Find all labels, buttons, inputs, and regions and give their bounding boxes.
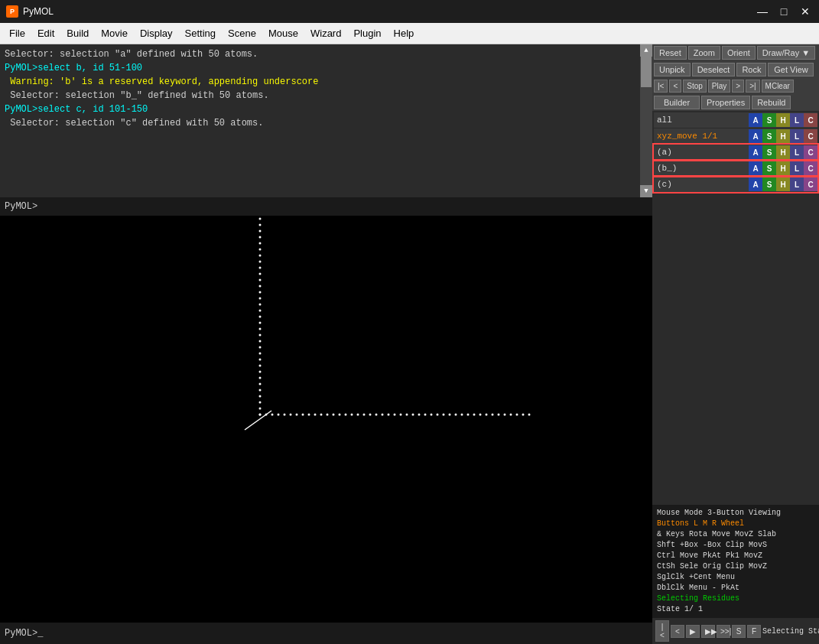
menu-item-display[interactable]: Display: [134, 24, 179, 42]
app-title: PyMOL: [23, 6, 54, 17]
mclear-button[interactable]: MClear: [762, 80, 794, 93]
bc-last[interactable]: >>|: [717, 625, 730, 638]
bc-s[interactable]: S: [732, 625, 746, 638]
menubar: FileEditBuildMovieDisplaySettingSceneMou…: [0, 23, 819, 44]
console-scrollbar[interactable]: ▲ ▼: [640, 44, 652, 197]
obj-btn-l-4[interactable]: L: [790, 177, 804, 191]
maximize-button[interactable]: □: [776, 4, 791, 19]
cmd-prompt: PyMOL>: [5, 201, 37, 212]
unpick-button[interactable]: Unpick: [654, 63, 691, 76]
menu-item-help[interactable]: Help: [388, 24, 421, 42]
object-row-4[interactable]: (c)ASHLC: [654, 177, 817, 192]
prev-frame-button[interactable]: <: [669, 80, 681, 93]
mouse-mode-text: Mouse Mode 3-Button Viewing: [657, 508, 814, 519]
menu-item-scene[interactable]: Scene: [222, 24, 262, 42]
bc-f[interactable]: F: [747, 625, 761, 638]
deselect-button[interactable]: Deselect: [692, 63, 736, 76]
minimize-button[interactable]: —: [755, 4, 770, 19]
obj-btn-s-3[interactable]: S: [762, 161, 776, 175]
state-label: State: [808, 627, 819, 636]
builder-button[interactable]: Builder: [654, 96, 700, 109]
obj-btn-l-2[interactable]: L: [790, 145, 804, 159]
obj-btn-h-1[interactable]: H: [776, 129, 790, 143]
command-line: PyMOL>: [0, 197, 652, 216]
menu-item-mouse[interactable]: Mouse: [262, 24, 304, 42]
object-row-2[interactable]: (a)ASHLC: [654, 145, 817, 160]
menu-item-wizard[interactable]: Wizard: [304, 24, 347, 42]
object-list: allASHLCxyz_move 1/1ASHLC(a)ASHLC(b_)ASH…: [652, 111, 819, 505]
orient-button[interactable]: Orient: [722, 46, 756, 60]
keys-line6: DblClk Menu - PkAt: [657, 583, 814, 594]
scroll-down-btn[interactable]: ▼: [640, 185, 652, 197]
obj-btn-c-2[interactable]: C: [804, 145, 817, 159]
cmd-input-area[interactable]: PyMOL>_: [0, 623, 652, 644]
obj-btn-c-1[interactable]: C: [804, 129, 817, 143]
properties-button[interactable]: Properties: [701, 96, 750, 109]
obj-btn-l-3[interactable]: L: [790, 161, 804, 175]
bc-fwd[interactable]: ▶▶: [701, 625, 715, 638]
obj-btn-c-4[interactable]: C: [804, 177, 817, 191]
get-view-button[interactable]: Get View: [768, 63, 814, 76]
selecting-label: Selecting: [762, 627, 804, 636]
obj-btn-a-4[interactable]: A: [749, 177, 762, 191]
next-frame-button[interactable]: >: [732, 80, 744, 93]
rock-button[interactable]: Rock: [736, 63, 766, 76]
console-output: Selector: selection "a" defined with 50 …: [0, 44, 652, 197]
main-layout: Selector: selection "a" defined with 50 …: [0, 44, 819, 644]
bc-prev[interactable]: <: [671, 625, 684, 638]
stop-button[interactable]: Stop: [683, 80, 707, 93]
keys-line3: Ctrl Move PkAt Pk1 MovZ: [657, 551, 814, 561]
obj-btn-s-4[interactable]: S: [762, 177, 776, 191]
menu-item-edit[interactable]: Edit: [31, 24, 60, 42]
menu-item-plugin[interactable]: Plugin: [347, 24, 387, 42]
bc-first[interactable]: |<: [655, 620, 669, 642]
obj-btn-s-0[interactable]: S: [762, 113, 776, 127]
console-line: Selector: selection "c" defined with 50 …: [5, 116, 635, 130]
object-row-3[interactable]: (b_)ASHLC: [654, 161, 817, 176]
obj-btn-s-1[interactable]: S: [762, 129, 776, 143]
last-frame-button[interactable]: >|: [746, 80, 759, 93]
obj-btn-a-0[interactable]: A: [749, 113, 762, 127]
console-line: Selector: selection "b_" defined with 50…: [5, 89, 635, 102]
obj-btn-a-3[interactable]: A: [749, 161, 762, 175]
obj-btn-s-2[interactable]: S: [762, 145, 776, 159]
bc-play[interactable]: ▶: [686, 625, 700, 638]
menu-item-movie[interactable]: Movie: [95, 24, 134, 42]
keys-line1: & Keys Rota Move MovZ Slab: [657, 529, 814, 540]
scroll-up-btn[interactable]: ▲: [640, 44, 652, 57]
obj-btn-h-2[interactable]: H: [776, 145, 790, 159]
toolbar-row-1: Reset Zoom Orient Draw/Ray ▼: [652, 44, 819, 61]
console-line: Selector: selection "a" defined with 50 …: [5, 47, 635, 61]
menu-item-file[interactable]: File: [3, 24, 31, 42]
console-line: Warning: 'b' is a reserved keyword, appe…: [5, 75, 635, 89]
viewport[interactable]: For Educational Use Only: [0, 216, 652, 623]
app-logo: P: [6, 5, 18, 18]
obj-btn-c-3[interactable]: C: [804, 161, 817, 175]
obj-btn-h-3[interactable]: H: [776, 161, 790, 175]
rebuild-button[interactable]: Rebuild: [752, 96, 791, 109]
menu-item-build[interactable]: Build: [60, 24, 95, 42]
obj-btn-h-4[interactable]: H: [776, 177, 790, 191]
zoom-button[interactable]: Zoom: [688, 46, 720, 60]
object-row-0[interactable]: allASHLC: [654, 112, 817, 128]
buttons-label: Buttons L M R Wheel: [657, 519, 814, 529]
obj-btn-l-0[interactable]: L: [790, 113, 804, 127]
obj-btn-c-0[interactable]: C: [804, 113, 817, 127]
keys-line4: CtSh Sele Orig Clip MovZ: [657, 561, 814, 572]
obj-btn-l-1[interactable]: L: [790, 129, 804, 143]
scroll-thumb[interactable]: [641, 57, 652, 87]
first-frame-button[interactable]: |<: [654, 80, 668, 93]
reset-button[interactable]: Reset: [654, 46, 687, 60]
close-button[interactable]: ✕: [798, 4, 813, 19]
menu-item-setting[interactable]: Setting: [179, 24, 222, 42]
console-line: PyMOL>select b, id 51-100: [5, 61, 635, 75]
object-name-4: (c): [654, 180, 749, 189]
object-row-1[interactable]: xyz_move 1/1ASHLC: [654, 128, 817, 144]
toolbar-row-4: Builder Properties Rebuild: [652, 94, 819, 111]
molecule-canvas: [0, 216, 652, 623]
obj-btn-h-0[interactable]: H: [776, 113, 790, 127]
draw-ray-button[interactable]: Draw/Ray ▼: [757, 46, 815, 60]
obj-btn-a-2[interactable]: A: [749, 145, 762, 159]
obj-btn-a-1[interactable]: A: [749, 129, 762, 143]
play-button[interactable]: Play: [708, 80, 730, 93]
